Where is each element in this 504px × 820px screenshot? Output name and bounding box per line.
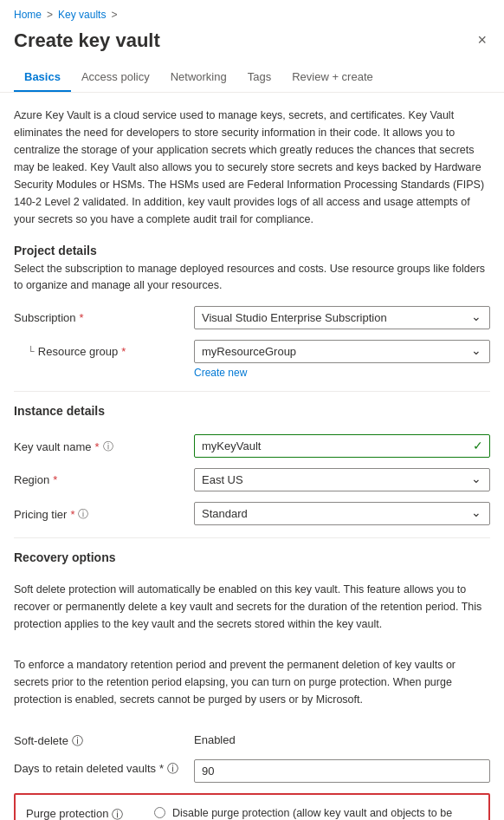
subscription-required: *: [80, 311, 84, 324]
project-details-desc: Select the subscription to manage deploy…: [14, 261, 490, 294]
purge-disable-label: Disable purge protection (allow key vaul…: [172, 805, 478, 821]
divider-2: [14, 537, 490, 538]
resource-group-required: *: [121, 345, 126, 358]
soft-delete-row: Soft-delete ⓘ Enabled: [14, 732, 490, 749]
days-retain-required: *: [159, 762, 164, 775]
purge-disable-option[interactable]: Disable purge protection (allow key vaul…: [154, 805, 478, 821]
resource-group-control: myResourceGroup Create new: [194, 340, 490, 379]
tab-tags[interactable]: Tags: [237, 63, 281, 92]
purge-protection-section: Purge protection ⓘ Disable purge protect…: [14, 793, 490, 821]
key-vault-name-control: ✓: [194, 434, 490, 458]
pricing-tier-select-wrapper: Standard: [194, 502, 490, 525]
recovery-title: Recovery options: [14, 550, 490, 564]
key-vault-name-info-icon[interactable]: ⓘ: [103, 439, 113, 454]
subscription-row: Subscription * Visual Studio Enterprise …: [14, 306, 490, 329]
region-row: Region * East US: [14, 468, 490, 491]
pricing-tier-label: Pricing tier * ⓘ: [14, 502, 187, 522]
days-retain-row: Days to retain deleted vaults * ⓘ: [14, 759, 490, 783]
description-text: Azure Key Vault is a cloud service used …: [14, 107, 490, 228]
resource-group-select[interactable]: myResourceGroup: [194, 340, 490, 363]
pricing-tier-select[interactable]: Standard: [194, 502, 490, 525]
sub-arrow-icon: └: [28, 346, 35, 356]
tab-review-create[interactable]: Review + create: [281, 63, 384, 92]
recovery-text-1: Soft delete protection will automaticall…: [14, 581, 490, 633]
instance-details-title: Instance details: [14, 404, 490, 418]
main-content: Azure Key Vault is a cloud service used …: [0, 93, 504, 820]
breadcrumb-home[interactable]: Home: [14, 9, 42, 21]
pricing-tier-info-icon[interactable]: ⓘ: [78, 507, 88, 522]
region-required: *: [53, 473, 57, 486]
pricing-tier-row: Pricing tier * ⓘ Standard: [14, 502, 490, 525]
create-new-link[interactable]: Create new: [194, 367, 490, 379]
soft-delete-value: Enabled: [194, 732, 490, 746]
project-details-title: Project details: [14, 244, 490, 257]
close-button[interactable]: ×: [474, 28, 490, 53]
tab-networking[interactable]: Networking: [160, 63, 237, 92]
resource-group-label: └ Resource group *: [14, 340, 187, 358]
purge-protection-row: Purge protection ⓘ Disable purge protect…: [26, 805, 478, 821]
tab-bar: Basics Access policy Networking Tags Rev…: [0, 63, 504, 93]
page-title: Create key vault: [14, 29, 160, 52]
resource-group-row: └ Resource group * myResourceGroup Creat…: [14, 340, 490, 379]
breadcrumb-sep1: >: [47, 9, 53, 21]
soft-delete-label: Soft-delete ⓘ: [14, 732, 187, 749]
purge-disable-radio[interactable]: [154, 807, 165, 818]
purge-protection-info-icon[interactable]: ⓘ: [112, 807, 123, 821]
recovery-text-2: To enforce a mandatory retention period …: [14, 656, 490, 708]
subscription-label: Subscription *: [14, 306, 187, 324]
divider-1: [14, 391, 490, 392]
days-retain-label: Days to retain deleted vaults * ⓘ: [14, 759, 187, 777]
key-vault-name-required: *: [95, 440, 100, 453]
tab-access-policy[interactable]: Access policy: [71, 63, 160, 92]
subscription-select[interactable]: Visual Studio Enterprise Subscription: [194, 306, 490, 329]
subscription-control: Visual Studio Enterprise Subscription: [194, 306, 490, 329]
soft-delete-info-icon[interactable]: ⓘ: [72, 733, 83, 749]
resource-group-select-wrapper: myResourceGroup: [194, 340, 490, 363]
purge-options: Disable purge protection (allow key vaul…: [154, 805, 478, 821]
subscription-select-wrapper: Visual Studio Enterprise Subscription: [194, 306, 490, 329]
key-vault-name-label: Key vault name * ⓘ: [14, 434, 187, 454]
breadcrumb-keyvaults[interactable]: Key vaults: [58, 9, 106, 21]
days-retain-info-icon[interactable]: ⓘ: [167, 761, 178, 777]
key-vault-name-input[interactable]: [194, 434, 490, 458]
pricing-tier-control: Standard: [194, 502, 490, 525]
page-header: Create key vault ×: [0, 24, 504, 63]
region-select-wrapper: East US: [194, 468, 490, 491]
region-label: Region *: [14, 468, 187, 486]
tab-basics[interactable]: Basics: [14, 63, 71, 92]
region-select[interactable]: East US: [194, 468, 490, 491]
breadcrumb-sep2: >: [111, 9, 117, 21]
pricing-tier-required: *: [70, 508, 74, 521]
purge-protection-label: Purge protection ⓘ: [26, 805, 147, 821]
breadcrumb: Home > Key vaults >: [0, 0, 504, 24]
key-vault-name-check-icon: ✓: [473, 439, 483, 452]
days-retain-input[interactable]: [194, 759, 490, 783]
key-vault-name-row: Key vault name * ⓘ ✓: [14, 434, 490, 458]
days-retain-control: [194, 759, 490, 783]
region-control: East US: [194, 468, 490, 491]
